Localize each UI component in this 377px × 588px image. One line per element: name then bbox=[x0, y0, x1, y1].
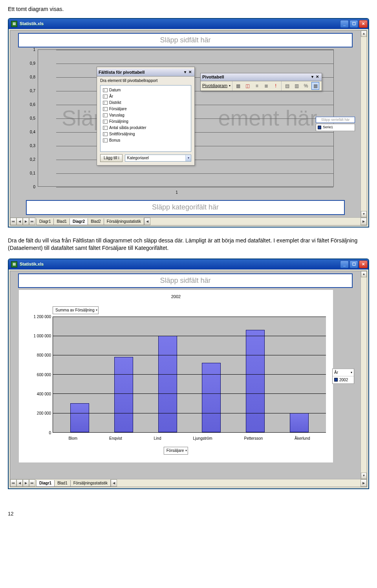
refresh-icon[interactable]: ! bbox=[272, 82, 280, 90]
minimize-button[interactable]: _ bbox=[340, 20, 349, 28]
show-detail-icon[interactable]: ≣ bbox=[262, 82, 270, 90]
include-icon[interactable]: ▤ bbox=[283, 82, 291, 90]
sheet-tab-bar: ⏮ ◀ ▶ ⏭ Diagr1Blad1Försäljningsstatistik… bbox=[10, 479, 367, 487]
bar[interactable] bbox=[114, 357, 133, 432]
bar[interactable] bbox=[290, 413, 309, 432]
field-item[interactable]: Distrikt bbox=[101, 100, 190, 106]
sheet-tab[interactable]: Försäljningsstatistik bbox=[70, 480, 111, 487]
pivot-menu[interactable]: Pivotdiagram ▾ bbox=[201, 82, 232, 89]
scroll-left-icon[interactable]: ◀ bbox=[144, 218, 150, 225]
scroll-left-icon[interactable]: ◀ bbox=[111, 479, 117, 487]
last-sheet-icon[interactable]: ⏭ bbox=[29, 479, 35, 487]
field-list[interactable]: DatumÅrDistriktFörsäljareVaruslagFörsälj… bbox=[100, 85, 191, 152]
series-drop-label: Släpp seriefält här bbox=[316, 117, 355, 123]
pivot-field-list-panel[interactable]: Fältlista för pivottabell ▾ ✕ Dra elemen… bbox=[97, 67, 195, 166]
field-item[interactable]: År bbox=[101, 93, 190, 100]
ghost-right: ement här bbox=[218, 105, 317, 130]
field-item[interactable]: Bonus bbox=[101, 137, 190, 144]
scroll-track[interactable] bbox=[361, 277, 367, 473]
plot-area[interactable] bbox=[53, 317, 326, 433]
bar[interactable] bbox=[202, 363, 221, 432]
scroll-up-icon[interactable]: ▲ bbox=[361, 271, 367, 277]
x-tick-label: Ljungström bbox=[193, 436, 212, 441]
sheet-tab[interactable]: Diagr2 bbox=[70, 218, 88, 225]
bar[interactable] bbox=[246, 330, 265, 432]
last-sheet-icon[interactable]: ⏭ bbox=[29, 218, 35, 225]
scroll-track[interactable] bbox=[361, 37, 367, 211]
next-sheet-icon[interactable]: ▶ bbox=[23, 479, 29, 487]
close-button[interactable]: ✕ bbox=[359, 20, 368, 28]
prev-sheet-icon[interactable]: ◀ bbox=[16, 479, 23, 487]
excel-icon: ▦ bbox=[11, 261, 17, 268]
scroll-right-icon[interactable]: ▶ bbox=[361, 479, 367, 487]
chevron-down-icon[interactable]: ▾ bbox=[183, 69, 187, 75]
field-item[interactable]: Varuslag bbox=[101, 112, 190, 118]
legend-field[interactable]: År ▾ bbox=[333, 369, 354, 376]
field-list-toggle-icon[interactable]: ▦ bbox=[311, 82, 319, 90]
scroll-up-icon[interactable]: ▲ bbox=[361, 31, 367, 37]
drop-page-fields[interactable]: Släpp sidfält här bbox=[18, 33, 353, 47]
bar[interactable] bbox=[70, 403, 89, 432]
field-icon bbox=[103, 107, 108, 111]
field-item[interactable]: Snittförsäljning bbox=[101, 131, 190, 137]
close-button[interactable]: ✕ bbox=[359, 260, 368, 268]
scroll-down-icon[interactable]: ▼ bbox=[361, 473, 367, 479]
hide-detail-icon[interactable]: ≡ bbox=[253, 82, 261, 90]
y-tick-label: 0,6 bbox=[20, 102, 35, 107]
legend[interactable]: År ▾ 2002 bbox=[332, 368, 354, 384]
chart-icon[interactable]: ◫ bbox=[243, 82, 251, 90]
pivot-toolbar-title[interactable]: Pivottabell ▾ ✕ bbox=[201, 73, 322, 81]
scroll-down-icon[interactable]: ▼ bbox=[361, 211, 367, 217]
sheet-tab[interactable]: Blad1 bbox=[54, 480, 71, 487]
wizard-icon[interactable]: ▦ bbox=[234, 82, 242, 90]
vertical-scrollbar[interactable]: ▲ ▼ bbox=[361, 271, 367, 479]
field-label: Bonus bbox=[109, 138, 120, 143]
series-drop-area[interactable]: Släpp seriefält här Serie1 bbox=[316, 117, 355, 131]
settings-icon[interactable]: ▥ bbox=[293, 82, 300, 90]
drop-category-fields[interactable]: Släpp kategorifält här bbox=[26, 200, 345, 215]
field-item[interactable]: Försäljning bbox=[101, 118, 190, 125]
first-sheet-icon[interactable]: ⏮ bbox=[10, 218, 16, 225]
vertical-scrollbar[interactable]: ▲ ▼ bbox=[361, 31, 367, 217]
field-item[interactable]: Antal sålda produkter bbox=[101, 125, 190, 131]
maximize-button[interactable]: ☐ bbox=[350, 20, 358, 28]
value-field-button[interactable]: Summa av Försäljning bbox=[53, 306, 99, 314]
gridline bbox=[53, 336, 326, 336]
add-to-button[interactable]: Lägg till i bbox=[100, 154, 123, 162]
field-item[interactable]: Datum bbox=[101, 87, 190, 93]
h-scroll-track[interactable]: ◀ bbox=[144, 218, 361, 225]
h-scroll-track[interactable]: ◀ bbox=[110, 479, 361, 487]
panel-title[interactable]: Fältlista för pivottabell ▾ ✕ bbox=[97, 69, 194, 76]
close-icon[interactable]: ✕ bbox=[187, 69, 193, 75]
prev-sheet-icon[interactable]: ◀ bbox=[16, 218, 23, 225]
workspace: Släpp sidfält här Släpp XXXXXX ement här… bbox=[9, 29, 368, 227]
format-icon[interactable]: % bbox=[302, 82, 310, 90]
target-area-combo[interactable]: Kategoriaxel ▾ bbox=[125, 155, 191, 162]
field-item[interactable]: Försäljare bbox=[101, 106, 190, 112]
sheet-tab[interactable]: Diagr1 bbox=[36, 480, 55, 487]
sheet-tab[interactable]: Försäljningsstatistik bbox=[104, 218, 144, 225]
maximize-button[interactable]: ☐ bbox=[350, 260, 358, 268]
sheet-tab[interactable]: Diagr1 bbox=[36, 218, 54, 225]
legend-swatch-icon bbox=[318, 126, 321, 129]
scroll-right-icon[interactable]: ▶ bbox=[361, 218, 367, 225]
bar[interactable] bbox=[158, 336, 177, 432]
y-tick-label: 1 000 000 bbox=[34, 333, 51, 339]
close-icon[interactable]: ✕ bbox=[315, 74, 320, 80]
sheet-tab[interactable]: Blad1 bbox=[53, 218, 70, 225]
first-sheet-icon[interactable]: ⏮ bbox=[10, 479, 16, 487]
chevron-down-icon[interactable]: ▾ bbox=[310, 74, 315, 80]
category-field-button[interactable]: Försäljare bbox=[164, 447, 188, 455]
sheet-tab[interactable]: Blad2 bbox=[88, 218, 104, 225]
drop-page-fields[interactable]: Släpp sidfält här bbox=[18, 273, 353, 288]
chevron-down-icon[interactable]: ▾ bbox=[351, 370, 352, 375]
pivot-toolbar[interactable]: Pivottabell ▾ ✕ Pivotdiagram ▾ ▦ ◫ ≡ bbox=[200, 73, 322, 91]
field-icon bbox=[103, 132, 108, 136]
next-sheet-icon[interactable]: ▶ bbox=[23, 218, 29, 225]
panel-title-text: Fältlista för pivottabell bbox=[99, 69, 183, 75]
chevron-down-icon[interactable]: ▾ bbox=[185, 155, 191, 161]
excel-icon: ▦ bbox=[11, 21, 17, 27]
pivot-toolbar-title-text: Pivottabell bbox=[202, 74, 310, 80]
minimize-button[interactable]: _ bbox=[340, 260, 349, 268]
y-tick-label: 0,5 bbox=[20, 116, 35, 121]
